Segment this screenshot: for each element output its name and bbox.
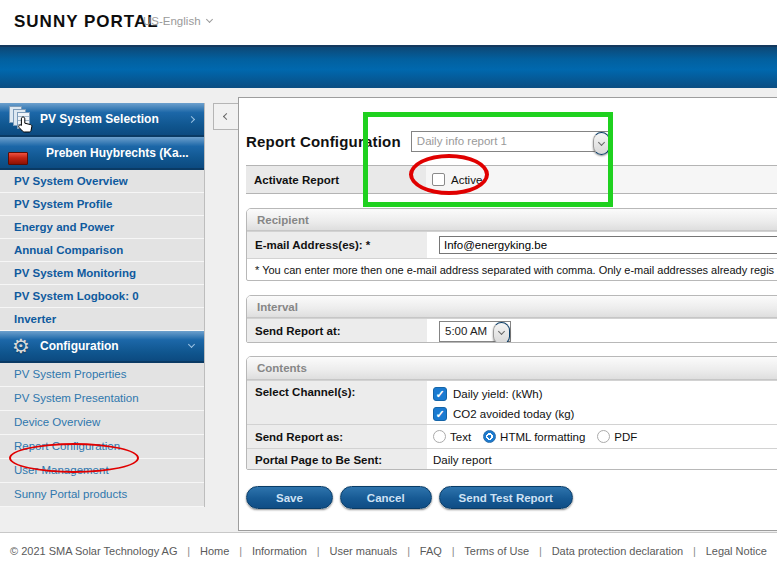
chevron-left-icon [222,113,229,120]
footer-separator: | [452,545,455,557]
footer-separator: | [407,545,410,557]
select-channels-label: Select Channel(s): [247,381,427,424]
footer-separator: | [539,545,542,557]
email-label: E-mail Address(es): * [247,232,427,258]
language-label: US-English [143,15,201,27]
sidebar-item-pv-system-selection[interactable]: PV System Selection [0,103,204,137]
activate-report-label: Activate Report [246,166,426,193]
activate-report-row: Activate Report Active [246,165,777,194]
footer-link-home[interactable]: Home [200,545,229,557]
pages-icon [8,106,34,132]
footer: © 2021 SMA Solar Technology AG | Home | … [0,532,777,568]
co2-avoided-checkbox[interactable] [433,407,447,421]
email-input[interactable] [439,236,777,254]
sidebar-nav: PV System Selection Preben Huybrechts (K… [0,103,205,507]
radio-html-label: HTML formatting [500,431,585,443]
sidebar-item-energy-and-power[interactable]: Energy and Power [0,216,204,239]
pv-plant-icon [8,141,40,165]
footer-link-legal-notice[interactable]: Legal Notice [706,545,767,557]
email-note: * You can enter more then one e-mail add… [247,258,777,281]
sidebar-item-user-management[interactable]: User Management [0,459,204,483]
save-button[interactable]: Save [246,486,333,509]
sidebar-item-label: PV System Selection [40,112,159,126]
sidebar-item-label: Configuration [40,339,119,353]
footer-separator: | [239,545,242,557]
sidebar-item-pv-system-presentation[interactable]: PV System Presentation [0,387,204,411]
gear-icon: ⚙ [8,336,34,356]
chevron-right-icon [188,115,195,122]
mouse-cursor-hand-icon [18,116,33,133]
send-time-value: 5:00 AM [440,322,493,341]
sidebar-item-inverter[interactable]: Inverter [0,308,204,331]
interval-section: Interval Send Report at: 5:00 AM [246,295,777,343]
daily-yield-label: Daily yield: (kWh) [453,388,542,400]
footer-separator: | [187,545,190,557]
report-select-value: Daily info report 1 [412,132,593,151]
footer-link-data-protection[interactable]: Data protection declaration [552,545,683,557]
sidebar-item-pv-system-properties[interactable]: PV System Properties [0,363,204,387]
footer-link-information[interactable]: Information [252,545,307,557]
sidebar-item-pv-system-logbook[interactable]: PV System Logbook: 0 [0,285,204,308]
sidebar-item-sunny-portal-products[interactable]: Sunny Portal products [0,483,204,507]
active-checkbox[interactable] [432,173,445,186]
co2-avoided-label: CO2 avoided today (kg) [453,408,574,420]
contents-section: Contents Select Channel(s): Daily yield:… [246,356,777,470]
blue-banner [0,45,777,88]
sidebar-item-annual-comparison[interactable]: Annual Comparison [0,239,204,262]
sidebar-item-pv-system-overview[interactable]: PV System Overview [0,170,204,193]
radio-html-formatting[interactable] [483,430,496,443]
sidebar-item-pv-system-profile[interactable]: PV System Profile [0,193,204,216]
top-header: SUNNY PORTAL US-English [0,0,777,45]
footer-separator: | [693,545,696,557]
daily-yield-checkbox[interactable] [433,387,447,401]
send-test-report-button[interactable]: Send Test Report [439,486,573,509]
send-report-as-label: Send Report as: [247,425,427,448]
sidebar-item-label: Preben Huybrechts (Ka... [46,146,189,160]
footer-link-user-manuals[interactable]: User manuals [329,545,397,557]
language-selector[interactable]: US-English [143,15,212,27]
active-checkbox-label: Active [451,174,482,186]
contents-section-header: Contents [247,357,777,380]
sidebar-collapse-button[interactable] [213,103,238,130]
interval-section-header: Interval [247,296,777,318]
screen: SUNNY PORTAL US-English PV System Select… [0,0,777,568]
radio-text-label: Text [450,431,471,443]
chevron-down-icon [205,16,212,23]
recipient-section-header: Recipient [247,209,777,231]
radio-pdf[interactable] [597,430,610,443]
sidebar-item-report-configuration[interactable]: Report Configuration [0,435,204,459]
footer-link-faq[interactable]: FAQ [420,545,442,557]
dropdown-arrow-icon[interactable] [593,132,610,155]
footer-link-terms-of-use[interactable]: Terms of Use [464,545,529,557]
sidebar-item-configuration[interactable]: ⚙ Configuration [0,331,204,363]
sidebar-item-device-overview[interactable]: Device Overview [0,411,204,435]
sidebar-item-pv-system-monitoring[interactable]: PV System Monitoring [0,262,204,285]
page-title: Report Configuration [246,133,401,150]
radio-pdf-label: PDF [614,431,637,443]
sunny-portal-logo: SUNNY PORTAL [14,12,159,32]
cancel-button[interactable]: Cancel [340,486,432,509]
chevron-down-icon [188,341,195,348]
footer-copyright: © 2021 SMA Solar Technology AG [10,545,178,557]
portal-page-value: Daily report [427,449,777,470]
report-select-dropdown[interactable]: Daily info report 1 [411,131,611,152]
radio-text[interactable] [433,430,446,443]
main-content-panel: Report Configuration Daily info report 1… [238,97,777,531]
recipient-section: Recipient E-mail Address(es): * * You ca… [246,208,777,281]
send-time-dropdown[interactable]: 5:00 AM [439,321,511,342]
sidebar-item-plant[interactable]: Preben Huybrechts (Ka... [0,137,204,170]
send-report-at-label: Send Report at: [247,319,427,343]
footer-separator: | [317,545,320,557]
dropdown-arrow-icon[interactable] [493,322,510,344]
portal-page-label: Portal Page to Be Sent: [247,449,427,470]
